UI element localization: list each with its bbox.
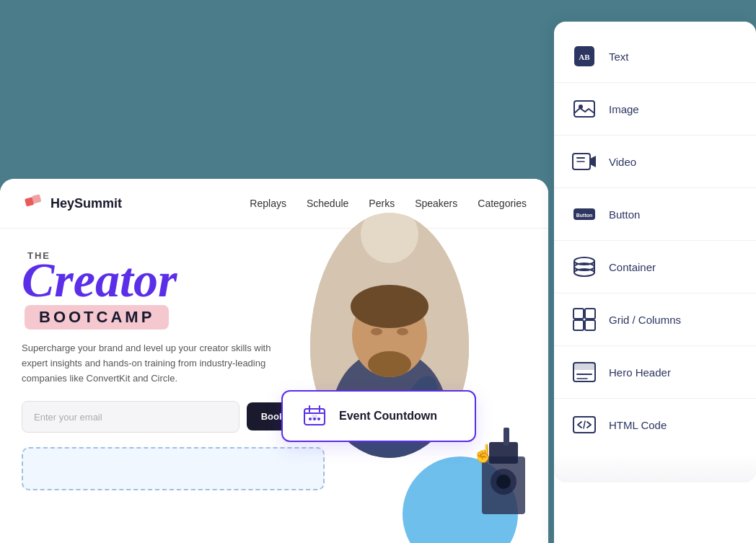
cursor-hand-icon: ☝️ bbox=[472, 443, 494, 464]
sidebar-item-grid-columns[interactable]: Grid / Columns bbox=[554, 296, 756, 343]
svg-rect-41 bbox=[585, 309, 595, 319]
sidebar-item-hero-header[interactable]: Hero Header bbox=[554, 349, 756, 395]
svg-rect-42 bbox=[573, 320, 584, 330]
svg-rect-45 bbox=[573, 363, 595, 370]
background-teal bbox=[0, 0, 548, 184]
nav-link-schedule[interactable]: Schedule bbox=[307, 198, 348, 209]
nav-link-perks[interactable]: Perks bbox=[369, 198, 395, 209]
sidebar-item-text[interactable]: AB Text bbox=[554, 33, 756, 79]
logo-area: HeySummit bbox=[22, 192, 122, 215]
nav-link-replays[interactable]: Replays bbox=[250, 198, 286, 209]
hero-left: THE Creator BOOTCAMP Supercharge your br… bbox=[22, 250, 353, 490]
sidebar-bottom-fade bbox=[554, 454, 756, 482]
heysummit-logo-icon bbox=[22, 192, 45, 215]
hero-header-icon bbox=[571, 359, 597, 385]
container-icon bbox=[571, 254, 597, 280]
svg-point-17 bbox=[371, 328, 382, 335]
svg-text:Button: Button bbox=[576, 213, 593, 218]
video-icon bbox=[571, 149, 597, 175]
svg-point-18 bbox=[397, 328, 408, 335]
grid-columns-icon bbox=[571, 306, 597, 332]
sidebar-label-container: Container bbox=[609, 261, 656, 273]
countdown-icon-wrap bbox=[300, 402, 329, 431]
divider-5 bbox=[554, 293, 756, 293]
svg-point-8 bbox=[317, 418, 320, 420]
sidebar-label-video: Video bbox=[609, 156, 636, 168]
svg-rect-23 bbox=[504, 428, 509, 446]
sidebar-label-button: Button bbox=[609, 208, 640, 221]
email-placeholder: Enter your email bbox=[34, 412, 102, 423]
nav-link-speakers[interactable]: Speakers bbox=[415, 198, 457, 209]
divider-6 bbox=[554, 345, 756, 346]
svg-rect-40 bbox=[573, 309, 584, 319]
svg-line-49 bbox=[584, 421, 585, 428]
divider-4 bbox=[554, 240, 756, 241]
divider-1 bbox=[554, 82, 756, 83]
sidebar-item-video[interactable]: Video bbox=[554, 138, 756, 185]
button-icon: Button bbox=[571, 201, 597, 227]
sidebar-item-html-code[interactable]: HTML Code bbox=[554, 402, 756, 448]
nav-link-categories[interactable]: Categories bbox=[478, 198, 527, 209]
logo-text: HeySummit bbox=[50, 196, 122, 211]
image-icon bbox=[571, 96, 597, 122]
email-input-wrapper[interactable]: Enter your email bbox=[22, 401, 239, 433]
nav-links: Replays Schedule Perks Speakers Categori… bbox=[250, 198, 527, 209]
svg-point-15 bbox=[351, 285, 428, 328]
svg-text:AB: AB bbox=[579, 53, 590, 61]
event-countdown-badge[interactable]: Event Countdown bbox=[281, 390, 476, 442]
sidebar-label-image: Image bbox=[609, 103, 639, 115]
sidebar-item-image[interactable]: Image bbox=[554, 86, 756, 132]
svg-point-6 bbox=[309, 418, 312, 420]
svg-rect-9 bbox=[312, 415, 317, 420]
text-icon: AB bbox=[571, 43, 597, 69]
creator-bootcamp-logo: THE Creator BOOTCAMP bbox=[22, 250, 353, 330]
sidebar-label-hero-header: Hero Header bbox=[609, 366, 671, 379]
divider-7 bbox=[554, 398, 756, 399]
countdown-icon bbox=[302, 403, 328, 429]
sidebar-label-html-code: HTML Code bbox=[609, 419, 667, 431]
sidebar-panel: AB Text Image Video bbox=[554, 22, 756, 543]
svg-rect-28 bbox=[574, 101, 594, 117]
sidebar-label-text: Text bbox=[609, 50, 629, 63]
divider-3 bbox=[554, 187, 756, 188]
divider-2 bbox=[554, 135, 756, 136]
bootcamp-badge: BOOTCAMP bbox=[25, 305, 169, 330]
navbar: HeySummit Replays Schedule Perks Speaker… bbox=[0, 179, 548, 229]
sidebar-item-container[interactable]: Container bbox=[554, 244, 756, 290]
countdown-label: Event Countdown bbox=[339, 410, 437, 423]
svg-point-25 bbox=[496, 474, 511, 489]
sidebar-item-button[interactable]: Button Button bbox=[554, 191, 756, 237]
dashed-placeholder-area bbox=[22, 447, 325, 490]
creator-label: Creator bbox=[22, 258, 353, 302]
html-code-icon bbox=[571, 412, 597, 438]
hero-description: Supercharge your brand and level up your… bbox=[22, 341, 296, 386]
bootcamp-label: BOOTCAMP bbox=[39, 308, 154, 326]
sidebar-label-grid-columns: Grid / Columns bbox=[609, 314, 681, 326]
svg-rect-43 bbox=[585, 320, 595, 330]
svg-point-16 bbox=[368, 351, 411, 377]
